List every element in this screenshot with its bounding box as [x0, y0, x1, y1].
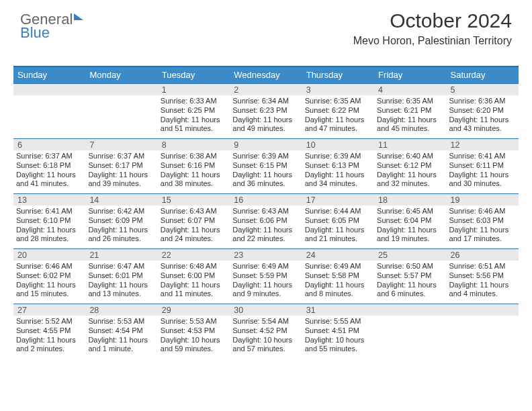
daylight: Daylight: 11 hours and 30 minutes.	[449, 171, 516, 189]
sunset: Sunset: 6:04 PM	[377, 216, 443, 226]
day-body-row: Sunrise: 6:41 AMSunset: 6:10 PMDaylight:…	[13, 205, 519, 248]
day-cell: Sunrise: 6:44 AMSunset: 6:05 PMDaylight:…	[302, 205, 374, 248]
day-number: 29	[158, 304, 230, 316]
sunset: Sunset: 6:02 PM	[16, 271, 83, 281]
day-cell: Sunrise: 6:49 AMSunset: 5:59 PMDaylight:…	[230, 261, 302, 304]
day-cell	[13, 95, 85, 138]
sunset: Sunset: 6:11 PM	[449, 161, 516, 171]
daylight: Daylight: 11 hours and 2 minutes.	[16, 336, 83, 355]
sunrise: Sunrise: 6:44 AM	[305, 207, 371, 216]
weekday-header: Saturday	[447, 67, 519, 83]
day-number: 20	[13, 248, 85, 261]
day-number: 7	[85, 138, 157, 150]
day-number: 4	[374, 83, 446, 95]
sunrise: Sunrise: 6:37 AM	[16, 152, 83, 161]
sunrise: Sunrise: 6:42 AM	[88, 207, 154, 216]
sunrise: Sunrise: 6:51 AM	[449, 262, 516, 271]
logo-line2: Blue	[20, 26, 83, 40]
sunrise: Sunrise: 6:40 AM	[377, 152, 443, 161]
day-cell	[85, 95, 157, 138]
day-number: 26	[447, 248, 519, 261]
sunrise: Sunrise: 6:35 AM	[377, 97, 443, 106]
sunset: Sunset: 6:17 PM	[88, 161, 154, 171]
day-cell: Sunrise: 6:38 AMSunset: 6:16 PMDaylight:…	[158, 150, 230, 193]
logo-triangle-icon	[74, 13, 83, 20]
sunset: Sunset: 6:00 PM	[161, 271, 227, 281]
daylight: Daylight: 11 hours and 22 minutes.	[232, 226, 299, 244]
weekday-header-row: Sunday Monday Tuesday Wednesday Thursday…	[13, 67, 519, 83]
sunrise: Sunrise: 6:39 AM	[232, 152, 299, 161]
sunset: Sunset: 6:16 PM	[161, 161, 227, 171]
weekday-header: Wednesday	[230, 67, 302, 83]
day-number: 12	[447, 138, 519, 150]
day-cell: Sunrise: 6:34 AMSunset: 6:23 PMDaylight:…	[230, 95, 302, 138]
day-cell: Sunrise: 6:45 AMSunset: 6:04 PMDaylight:…	[374, 205, 446, 248]
day-cell: Sunrise: 6:42 AMSunset: 6:09 PMDaylight:…	[85, 205, 157, 248]
sunset: Sunset: 6:07 PM	[161, 216, 227, 226]
sunrise: Sunrise: 6:34 AM	[232, 97, 299, 106]
day-cell: Sunrise: 6:37 AMSunset: 6:18 PMDaylight:…	[13, 150, 85, 193]
sunset: Sunset: 5:57 PM	[377, 271, 443, 281]
day-number	[13, 83, 85, 95]
sunset: Sunset: 6:05 PM	[305, 216, 371, 226]
day-number: 5	[447, 83, 519, 95]
sunrise: Sunrise: 6:39 AM	[305, 152, 371, 161]
sunrise: Sunrise: 5:53 AM	[88, 317, 154, 326]
sunrise: Sunrise: 6:49 AM	[305, 262, 371, 271]
day-cell: Sunrise: 6:35 AMSunset: 6:21 PMDaylight:…	[374, 95, 446, 138]
day-number: 15	[158, 193, 230, 205]
day-cell: Sunrise: 6:47 AMSunset: 6:01 PMDaylight:…	[85, 261, 157, 304]
daylight: Daylight: 11 hours and 19 minutes.	[377, 226, 443, 244]
day-cell: Sunrise: 6:37 AMSunset: 6:17 PMDaylight:…	[85, 150, 157, 193]
sunrise: Sunrise: 6:35 AM	[305, 97, 371, 106]
sunset: Sunset: 4:52 PM	[232, 326, 299, 336]
day-number: 24	[302, 248, 374, 261]
day-number	[447, 304, 519, 316]
day-number: 22	[158, 248, 230, 261]
daylight: Daylight: 10 hours and 57 minutes.	[232, 336, 299, 355]
day-cell: Sunrise: 6:39 AMSunset: 6:13 PMDaylight:…	[302, 150, 374, 193]
weekday-header: Monday	[85, 67, 157, 83]
location-label: Mevo Horon, Palestinian Territory	[353, 35, 512, 47]
calendar-grid: Sunday Monday Tuesday Wednesday Thursday…	[13, 66, 519, 359]
day-number	[374, 304, 446, 316]
daylight: Daylight: 11 hours and 24 minutes.	[161, 226, 227, 244]
sunrise: Sunrise: 6:43 AM	[232, 207, 299, 216]
day-number: 19	[447, 193, 519, 205]
sunset: Sunset: 6:22 PM	[305, 106, 371, 116]
daylight: Daylight: 11 hours and 36 minutes.	[232, 171, 299, 189]
day-body-row: Sunrise: 6:37 AMSunset: 6:18 PMDaylight:…	[13, 150, 519, 193]
day-body-row: Sunrise: 5:52 AMSunset: 4:55 PMDaylight:…	[13, 316, 519, 359]
sunrise: Sunrise: 6:46 AM	[16, 262, 83, 271]
daylight: Daylight: 11 hours and 49 minutes.	[232, 116, 299, 134]
sunset: Sunset: 4:54 PM	[88, 326, 154, 336]
day-cell: Sunrise: 6:41 AMSunset: 6:10 PMDaylight:…	[13, 205, 85, 248]
day-cell: Sunrise: 6:33 AMSunset: 6:25 PMDaylight:…	[158, 95, 230, 138]
day-cell: Sunrise: 6:43 AMSunset: 6:07 PMDaylight:…	[158, 205, 230, 248]
sunrise: Sunrise: 6:38 AM	[161, 152, 227, 161]
weekday-header: Tuesday	[158, 67, 230, 83]
day-cell: Sunrise: 6:46 AMSunset: 6:03 PMDaylight:…	[447, 205, 519, 248]
sunrise: Sunrise: 6:43 AM	[161, 207, 227, 216]
sunrise: Sunrise: 6:41 AM	[16, 207, 83, 216]
day-number: 13	[13, 193, 85, 205]
sunrise: Sunrise: 6:45 AM	[377, 207, 443, 216]
daylight: Daylight: 11 hours and 8 minutes.	[305, 281, 371, 300]
daylight: Daylight: 11 hours and 21 minutes.	[305, 226, 371, 244]
day-cell: Sunrise: 6:40 AMSunset: 6:12 PMDaylight:…	[374, 150, 446, 193]
day-body-row: Sunrise: 6:33 AMSunset: 6:25 PMDaylight:…	[13, 95, 519, 138]
sunrise: Sunrise: 5:52 AM	[16, 317, 83, 326]
sunset: Sunset: 6:18 PM	[16, 161, 83, 171]
sunset: Sunset: 6:13 PM	[305, 161, 371, 171]
sunset: Sunset: 6:25 PM	[161, 106, 227, 116]
day-number: 11	[374, 138, 446, 150]
day-number: 9	[230, 138, 302, 150]
day-number: 23	[230, 248, 302, 261]
daylight: Daylight: 10 hours and 55 minutes.	[305, 336, 371, 355]
day-number: 30	[230, 304, 302, 316]
daylight: Daylight: 11 hours and 45 minutes.	[377, 116, 443, 134]
daylight: Daylight: 11 hours and 4 minutes.	[449, 281, 516, 300]
day-number-row: 6789101112	[13, 138, 519, 150]
sunrise: Sunrise: 6:50 AM	[377, 262, 443, 271]
day-number: 2	[230, 83, 302, 95]
